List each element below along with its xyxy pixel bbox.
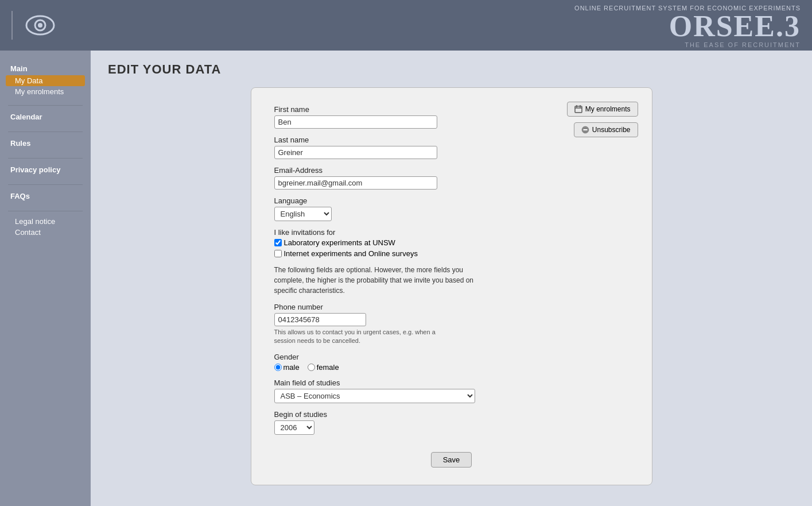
eye-icon <box>25 10 55 40</box>
phone-input[interactable] <box>274 313 366 326</box>
field-of-studies-select[interactable]: ASB – Economics Science Engineering Arts… <box>274 389 475 403</box>
sidebar-item-contact[interactable]: Contact <box>6 227 85 238</box>
sidebar-item-legal-notice[interactable]: Legal notice <box>6 216 85 227</box>
sidebar-divider-1 <box>8 105 83 106</box>
gender-radio-group: male female <box>274 363 629 372</box>
header-right: ONLINE RECRUITMENT SYSTEM FOR ECONOMIC E… <box>574 5 801 48</box>
email-label: Email-Address <box>274 166 629 175</box>
sidebar-section-rules: Rules <box>6 137 85 150</box>
minus-circle-icon <box>581 126 589 134</box>
invitations-label: I like invitations for <box>274 228 629 237</box>
language-select[interactable]: English German French Spanish <box>274 207 332 221</box>
main-content: EDIT YOUR DATA My enrolments <box>91 51 812 506</box>
gender-label: Gender <box>274 353 629 361</box>
gender-female-radio[interactable] <box>308 364 315 371</box>
language-field-group: Language English German French Spanish <box>274 196 629 221</box>
sidebar-item-calendar[interactable]: Calendar <box>6 110 85 123</box>
gender-male-text: male <box>283 363 300 372</box>
sidebar-item-my-data[interactable]: My Data <box>6 75 85 86</box>
field-of-studies-label: Main field of studies <box>274 378 629 387</box>
language-label: Language <box>274 196 629 205</box>
gender-female-text: female <box>317 363 339 372</box>
email-field-group: Email-Address <box>274 166 629 190</box>
field-of-studies-group: Main field of studies ASB – Economics Sc… <box>274 378 629 403</box>
lab-checkbox[interactable] <box>274 239 282 246</box>
card-actions: My enrolments Unsubscribe <box>567 102 638 137</box>
my-enrolments-button[interactable]: My enrolments <box>567 102 638 117</box>
sidebar-section-faqs: FAQs <box>6 190 85 203</box>
phone-note: This allows us to contact you in urgent … <box>274 328 446 346</box>
begin-of-studies-select[interactable]: 2000 2001 2002 2003 2004 2005 2006 2007 … <box>274 420 314 435</box>
begin-of-studies-group: Begin of studies 2000 2001 2002 2003 200… <box>274 410 629 435</box>
gender-field-group: Gender male female <box>274 353 629 372</box>
sidebar-divider-2 <box>8 132 83 132</box>
phone-label: Phone number <box>274 303 629 311</box>
form-card: My enrolments Unsubscribe First name Las… <box>251 87 652 485</box>
last-name-field-group: Last name <box>274 136 629 159</box>
gender-male-radio[interactable] <box>274 364 282 371</box>
header-divider <box>11 11 13 40</box>
unsubscribe-button[interactable]: Unsubscribe <box>574 122 638 137</box>
header: ONLINE RECRUITMENT SYSTEM FOR ECONOMIC E… <box>0 0 812 51</box>
sidebar-section-calendar: Calendar <box>6 110 85 123</box>
sidebar-divider-4 <box>8 184 83 185</box>
sidebar-section-main: Main My Data My enrolments <box>6 62 85 97</box>
sidebar-item-privacy-policy[interactable]: Privacy policy <box>6 163 85 176</box>
phone-field-group: Phone number This allows us to contact y… <box>274 303 629 346</box>
layout: Main My Data My enrolments Calendar Rule… <box>0 51 812 506</box>
header-sub: THE EASE OF RECRUITMENT <box>574 41 801 48</box>
sidebar-section-legal: Legal notice Contact <box>6 216 85 238</box>
email-input[interactable] <box>274 176 437 190</box>
first-name-input[interactable] <box>274 115 437 129</box>
logo <box>11 10 55 40</box>
gender-female-label[interactable]: female <box>308 363 339 372</box>
sidebar-divider-3 <box>8 158 83 159</box>
optional-note: The following fields are optional. Howev… <box>274 265 492 296</box>
save-btn-row: Save <box>274 452 629 468</box>
sidebar-section-privacy: Privacy policy <box>6 163 85 176</box>
sidebar: Main My Data My enrolments Calendar Rule… <box>0 51 91 506</box>
internet-checkbox-text: Internet experiments and Online surveys <box>284 249 418 258</box>
gender-male-label[interactable]: male <box>274 363 300 372</box>
sidebar-divider-5 <box>8 211 83 211</box>
lab-checkbox-label[interactable]: Laboratory experiments at UNSW <box>274 238 629 247</box>
sidebar-item-faqs[interactable]: FAQs <box>6 190 85 203</box>
last-name-input[interactable] <box>274 146 437 159</box>
save-button[interactable]: Save <box>431 452 472 468</box>
sidebar-item-my-enrolments[interactable]: My enrolments <box>6 86 85 97</box>
internet-checkbox[interactable] <box>274 250 282 257</box>
internet-checkbox-label[interactable]: Internet experiments and Online surveys <box>274 249 629 258</box>
begin-of-studies-label: Begin of studies <box>274 410 629 419</box>
footer: For questions please contact experiments… <box>108 497 795 506</box>
invitations-field-group: I like invitations for Laboratory experi… <box>274 228 629 258</box>
svg-point-2 <box>38 23 42 28</box>
lab-checkbox-text: Laboratory experiments at UNSW <box>284 238 395 247</box>
sidebar-item-main[interactable]: Main <box>6 62 85 75</box>
sidebar-item-rules[interactable]: Rules <box>6 137 85 150</box>
header-brand: ORSEE.3 <box>574 11 801 41</box>
svg-rect-3 <box>575 106 582 113</box>
calendar-icon <box>574 105 582 113</box>
page-title: EDIT YOUR DATA <box>108 62 795 77</box>
